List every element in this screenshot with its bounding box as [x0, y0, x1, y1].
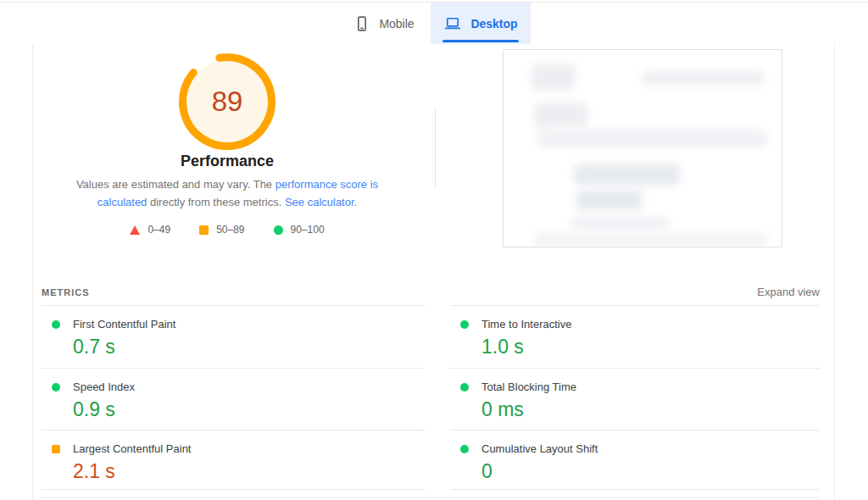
metric-value: 0 ms: [481, 398, 820, 421]
blurred-content: [642, 70, 765, 86]
legend-average-range: 50–89: [216, 224, 244, 236]
metric-value: 0.9 s: [73, 398, 425, 421]
blurred-content: [576, 190, 643, 210]
metric-label: Total Blocking Time: [481, 381, 576, 393]
metric-cumulative-layout-shift[interactable]: Cumulative Layout Shift 0: [450, 431, 820, 490]
tab-mobile[interactable]: Mobile: [337, 3, 431, 45]
legend-pass-range: 90–100: [291, 224, 325, 236]
metrics-section-header: METRICS Expand view: [42, 284, 820, 303]
metric-value: 1.0 s: [481, 336, 820, 358]
legend-average: 50–89: [199, 224, 244, 236]
metric-value: 0.7 s: [73, 336, 425, 358]
device-tabbar: Mobile Desktop: [0, 3, 868, 45]
metric-status-icon: [52, 320, 60, 329]
tab-desktop[interactable]: Desktop: [431, 3, 531, 45]
metric-label: Cumulative Layout Shift: [481, 442, 598, 455]
metric-total-blocking-time[interactable]: Total Blocking Time 0 ms: [450, 369, 820, 431]
performance-score-value: 89: [176, 51, 278, 153]
metric-label: Speed Index: [73, 381, 135, 393]
active-tab-underline: [442, 40, 519, 42]
column-divider: [435, 108, 436, 189]
metrics-section-label: METRICS: [42, 287, 90, 297]
description-text-2: directly from these metrics.: [147, 196, 285, 208]
mobile-phone-icon: [353, 15, 370, 32]
metric-status-icon: [52, 445, 60, 453]
legend-fail-range: 0–49: [147, 224, 170, 236]
score-legend: 0–49 50–89 90–100: [66, 224, 388, 236]
laptop-icon: [443, 15, 462, 32]
metric-status-icon: [460, 383, 469, 392]
tab-desktop-label: Desktop: [470, 17, 517, 31]
legend-pass: 90–100: [274, 224, 325, 236]
performance-score-gauge[interactable]: 89: [176, 51, 278, 153]
pagespeed-report: Mobile Desktop 89 Performance Values are…: [0, 0, 868, 500]
description-text-1: Values are estimated and may vary. The: [76, 178, 275, 191]
expand-view-button[interactable]: Expand view: [757, 286, 820, 298]
blurred-content: [534, 103, 588, 128]
metric-time-to-interactive[interactable]: Time to Interactive 1.0 s: [450, 306, 820, 369]
blurred-content: [531, 64, 576, 91]
metric-value: 0: [481, 460, 820, 483]
blurred-content: [571, 216, 669, 230]
metric-label: Time to Interactive: [481, 318, 571, 331]
see-calculator-link[interactable]: See calculator.: [285, 196, 357, 208]
legend-fail: 0–49: [130, 224, 170, 236]
performance-title: Performance: [66, 153, 388, 170]
metrics-grid: First Contentful Paint 0.7 s Time to Int…: [42, 306, 820, 490]
section-divider: [42, 497, 820, 498]
blurred-content: [534, 233, 767, 247]
metric-largest-contentful-paint[interactable]: Largest Contentful Paint 2.1 s: [42, 431, 425, 490]
pass-circle-icon: [274, 225, 283, 235]
page-screenshot-thumbnail[interactable]: [503, 49, 782, 247]
blurred-content: [574, 164, 680, 185]
average-square-icon: [199, 225, 209, 235]
metric-status-icon: [52, 383, 60, 392]
metric-status-icon: [460, 320, 469, 329]
blurred-content: [536, 130, 769, 147]
tab-mobile-label: Mobile: [379, 17, 414, 31]
metric-speed-index[interactable]: Speed Index 0.9 s: [42, 369, 425, 431]
metric-first-contentful-paint[interactable]: First Contentful Paint 0.7 s: [42, 306, 425, 369]
metric-label: First Contentful Paint: [73, 318, 175, 331]
metric-status-icon: [460, 445, 469, 453]
report-card: 89 Performance Values are estimated and …: [32, 44, 835, 500]
metric-value: 2.1 s: [73, 460, 425, 483]
performance-description: Values are estimated and may vary. The p…: [66, 176, 388, 212]
metric-label: Largest Contentful Paint: [73, 442, 191, 455]
fail-triangle-icon: [130, 225, 140, 235]
